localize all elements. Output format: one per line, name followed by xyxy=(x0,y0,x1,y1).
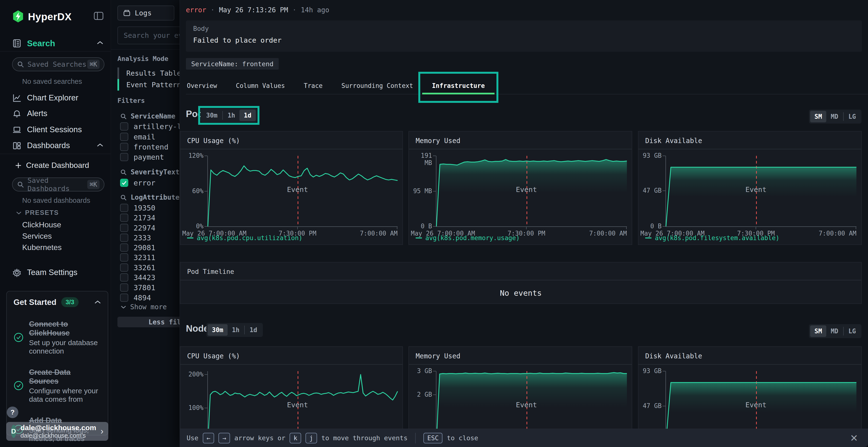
checkbox[interactable] xyxy=(120,153,128,161)
filter-option[interactable]: 2333 xyxy=(120,233,151,243)
checkbox[interactable] xyxy=(120,133,128,141)
checkbox[interactable] xyxy=(120,283,128,291)
y-axis-tick xyxy=(205,191,207,192)
create-dashboard-button[interactable]: Create Dashboard xyxy=(15,161,89,170)
search-icon xyxy=(120,169,127,176)
range-1h[interactable]: 1h xyxy=(227,324,244,336)
segment-divider xyxy=(843,112,844,121)
size-md[interactable]: MD xyxy=(826,325,842,337)
tab-overview[interactable]: Overview xyxy=(186,77,218,94)
checkbox[interactable] xyxy=(120,143,128,151)
tab-trace[interactable]: Trace xyxy=(303,77,323,94)
sidebar-item-label: Chart Explorer xyxy=(27,93,79,102)
checkbox[interactable] xyxy=(120,253,128,262)
x-axis-tick-label: 7:00:00 AM xyxy=(589,230,627,237)
filter-option[interactable]: 33261 xyxy=(120,263,155,272)
x-axis-tick xyxy=(756,227,756,229)
filter-group-logattributes[interactable]: LogAttributes xyxy=(120,194,184,201)
x-axis-tick-label: May 26 7:00:00 AM xyxy=(641,230,705,237)
task-title: Connect to ClickHouse xyxy=(29,319,101,337)
close-drawer-button[interactable]: ✕ xyxy=(848,432,860,444)
chevron-up-icon[interactable] xyxy=(97,143,103,148)
chevron-up-icon[interactable] xyxy=(97,40,103,45)
saved-dashboards-input[interactable]: Saved Dashboards ⌘K xyxy=(12,177,104,192)
filter-option[interactable]: 34423 xyxy=(120,273,155,282)
checkbox[interactable] xyxy=(120,264,128,272)
filter-option[interactable]: 21734 xyxy=(120,213,155,222)
sidebar-item-client-sessions[interactable]: Client Sessions xyxy=(0,125,111,136)
range-1d[interactable]: 1d xyxy=(240,110,255,121)
sidebar-item-team-settings[interactable]: Team Settings xyxy=(0,267,111,279)
mode-event-patterns[interactable]: Event Patterns xyxy=(117,79,185,91)
mode-results-table[interactable]: Results Table xyxy=(117,67,181,79)
range-30m[interactable]: 30m xyxy=(208,324,227,336)
filter-option[interactable]: 22974 xyxy=(120,223,155,233)
sidebar-item-chart-explorer[interactable]: Chart Explorer xyxy=(0,93,111,104)
filter-option[interactable]: 29081 xyxy=(120,243,155,252)
range-30m[interactable]: 30m xyxy=(202,110,222,121)
user-menu[interactable]: D dale@clickhouse.com dale@clickhouse.co… xyxy=(6,422,108,441)
saved-searches-input[interactable]: Saved Searches ⌘K xyxy=(12,57,104,71)
size-sm[interactable]: SM xyxy=(810,325,826,337)
checkbox[interactable] xyxy=(120,224,128,232)
x-axis-tick-label: 7:30:00 PM xyxy=(737,230,775,237)
no-events-message: No events xyxy=(180,288,861,298)
size-md[interactable]: MD xyxy=(826,111,842,122)
x-axis-tick xyxy=(856,227,856,229)
sidebar-item-dashboards[interactable]: Dashboards xyxy=(0,140,111,152)
checkbox[interactable] xyxy=(120,294,128,302)
filter-group-label: SeverityText xyxy=(131,168,179,176)
range-1h[interactable]: 1h xyxy=(223,110,240,121)
checkbox[interactable] xyxy=(120,214,128,222)
get-started-item[interactable]: Create Data Sources Configure where your… xyxy=(13,368,101,403)
size-lg[interactable]: LG xyxy=(844,111,860,122)
filter-option[interactable]: 4894 xyxy=(120,293,151,303)
filter-group-severitytext[interactable]: SeverityText xyxy=(120,168,179,176)
filter-option[interactable]: email xyxy=(120,132,155,142)
help-button[interactable]: ? xyxy=(7,407,18,418)
checkbox[interactable] xyxy=(120,234,128,242)
tab-infrastructure[interactable]: Infrastructure xyxy=(431,77,486,94)
task-title: Create Data Sources xyxy=(29,368,101,386)
y-axis-tick-label: 200% xyxy=(180,371,204,378)
y-axis-tick xyxy=(662,371,665,371)
k-keycap: k xyxy=(289,433,301,443)
filter-option-label: 22974 xyxy=(133,224,155,232)
filter-option-checked[interactable]: error xyxy=(120,178,155,187)
filter-option[interactable]: 32311 xyxy=(120,253,155,262)
sidebar-item-services[interactable]: Services xyxy=(22,232,52,241)
checkbox[interactable] xyxy=(120,243,128,252)
sidebar-item-alerts[interactable]: Alerts xyxy=(0,108,111,120)
show-more-toggle[interactable]: Show more xyxy=(121,303,167,311)
filter-option[interactable]: payment xyxy=(120,152,164,162)
tab-column-values[interactable]: Column Values xyxy=(235,77,286,94)
user-org: dale@clickhouse.com's xyxy=(21,432,96,439)
chevron-up-icon[interactable] xyxy=(94,300,101,305)
sidebar-item-clickhouse[interactable]: ClickHouse xyxy=(22,220,61,229)
filter-option[interactable]: frontend xyxy=(120,142,168,152)
esc-keycap: ESC xyxy=(424,433,442,443)
filter-option-label: email xyxy=(133,133,155,141)
sidebar-item-kubernetes[interactable]: Kubernetes xyxy=(22,243,62,252)
tab-surrounding-context[interactable]: Surrounding Context xyxy=(340,77,414,94)
checkbox-checked[interactable] xyxy=(120,179,128,187)
source-select[interactable]: Logs xyxy=(117,5,174,21)
filter-option[interactable]: 19350 xyxy=(120,203,155,213)
service-name-tag[interactable]: ServiceName: frontend xyxy=(186,58,279,70)
size-lg[interactable]: LG xyxy=(844,325,860,337)
node-section-title: Node xyxy=(186,323,209,334)
range-1d[interactable]: 1d xyxy=(245,324,261,336)
checkbox[interactable] xyxy=(120,273,128,281)
collapse-sidebar-icon[interactable] xyxy=(93,10,104,21)
sidebar-item-search[interactable]: Search xyxy=(0,38,111,49)
filter-option[interactable]: 37801 xyxy=(120,283,155,293)
checkbox[interactable] xyxy=(120,204,128,212)
pod-size-control: SM MD LG xyxy=(809,110,862,124)
chevron-down-icon xyxy=(121,305,126,309)
get-started-item[interactable]: Connect to ClickHouse Set up your databa… xyxy=(13,319,101,355)
mode-label: Results Table xyxy=(126,69,181,77)
checkbox[interactable] xyxy=(120,122,128,131)
size-sm[interactable]: SM xyxy=(810,111,826,122)
filter-group-servicename[interactable]: ServiceName xyxy=(120,112,175,120)
presets-toggle[interactable]: PRESETS xyxy=(16,209,59,216)
